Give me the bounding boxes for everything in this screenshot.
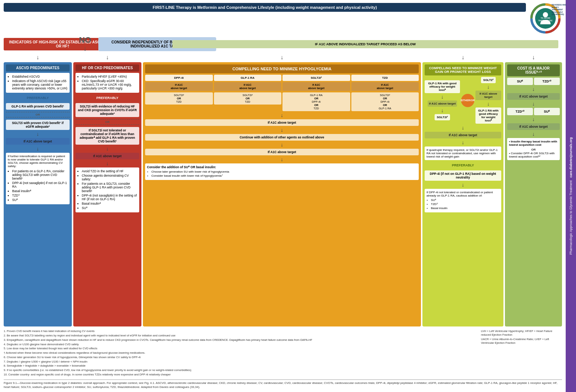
footnote-4: 4. Degludec or U100 glargine have demons… [4,343,478,346]
footnote-9: 9. If no specific comorbidities (i.e. no… [4,368,478,372]
hypo-sec2: SGLT2i²ORTZD [214,92,282,111]
footnotes-right: LVH = Left Ventricular Hypertrophy; HFrE… [481,329,562,377]
weight-header: COMPELLING NEED TO MINIMIZE WEIGHT GAIN … [426,66,499,74]
weight-if-dpp4: If DPP-4i not tolerated or contraindicat… [426,191,499,197]
col-cost: COST IS A MAJOR ISSUE⁹·¹⁰ SU⁶ TZD¹⁰ ↓ If… [505,62,562,326]
abbrev-2: UACR = Urine Albumin-to-Creatinine Ratio… [481,338,562,345]
cost-insulin-box: • Insulin therapy basal insulin with low… [507,138,560,160]
hypo-arrow4: ↓ [145,157,419,162]
abbrev-1: LVH = Left Ventricular Hypertrophy; HFrE… [481,329,562,337]
avoid-text3: INERTIA [541,22,549,24]
hypo-a1c-target2: If A1C above target [145,119,419,126]
hypo-consider-text: Consider the addition of SU⁶ OR basal in… [147,165,417,169]
weight-pref-drug: DPP-4i (if not on GLP-1 RA) based on wei… [425,170,501,181]
ascvd-follow-2: DPP-4i (not saxagliptin) if not on GLP-1… [12,181,68,188]
hypo-drug4: TZD [351,75,419,81]
ascvd-drug1: GLP-1 RA with proven CVD benefit¹ [6,103,70,110]
weight-followup: If quadruple therapy required, or SGLT2i… [425,146,501,160]
hypo-arrow1: ↓ [145,113,419,118]
ascvd-followup: If further intensification is required o… [6,153,70,204]
cost-drug1: SU⁶ [507,78,533,85]
ascvd-follow-1: For patients on a GLP-1 RA, consider add… [12,169,68,180]
hypo-sec3: GLP-1 RAORDPP-4iORTZD [282,92,350,111]
hypo-a1c-target3: If A1C above target [145,149,419,155]
figure-caption: Figure 9.1—Glucose-lowering medication i… [4,379,562,389]
avoid-months: (3-6 MONTHS) [552,13,564,15]
weight-drug1: GLP-1 RA with good efficacy for weight l… [425,80,460,93]
col-hypo: COMPELLING NEED TO MINIMIZE HYPOGLYCEMIA… [143,62,421,326]
hf-followup: Avoid TZD in the setting of HF Choose ag… [75,167,139,212]
weight-arrow-right2: ↓ [487,101,490,106]
svg-point-2 [543,12,548,17]
hf-follow-3: For patients on a SGLT2i, consider addin… [82,182,137,193]
footnote-10: 10. Consider country- and region-specifi… [4,373,478,377]
weight-a1c1-left: If A1C above target [428,100,457,107]
weight-final-3: Basal insulin [431,206,499,210]
hypo-drug2: GLP-1 RA [214,75,282,81]
right-sidebar: care.diabetesjournals.org Pharmacologic … [566,0,576,392]
weight-right-top: SGLT2² ↓ If A1C above target ↓ GLP-1 RA … [475,77,501,124]
sidebar-bottom-text: Pharmacologic Approaches to Glycemic Tre… [569,180,573,255]
hf-follow-4: DPP-4i (not saxagliptin) in the setting … [82,194,137,201]
ascvd-header: ASCVD PREDOMINATES [6,64,70,71]
weight-final-2: TZD⁵ [431,202,499,206]
cost-consider: • Consider DPP-4i OR SGLT2i with lowest … [509,152,558,158]
ascvd-or: OR [6,112,70,117]
hypo-sec2-d1: SGLT2i²ORTZD [214,92,282,105]
footnote-5: 5. Low dose may be better tolerated thou… [4,347,478,350]
ascvd-arrow1: ↓ [6,131,70,137]
hypo-continue: Continue with addition of other agents a… [145,134,419,141]
arrow-cost: ↓ [505,54,562,61]
hypo-bullet2: Consider basal insulin with lower risk o… [151,174,417,177]
cost-a1c2: If A1C above target [507,123,560,130]
hypo-sglt2-col: SGLT2i² If A1Cabove target [282,75,350,91]
hf-arrow1: ↓ [75,146,139,151]
hf-follow-5: Basal insulin⁴ [82,202,137,205]
arrow-ascvd: ↓ [4,54,72,61]
cost-arrow3: ↓ [507,117,560,122]
ascvd-follow-5: SU⁶ [12,198,68,202]
hf-bullet-1: Particularly HFrEF (LVEF <45%) [82,75,137,78]
hf-header: HF OR CKD PREDOMINATES [75,64,139,71]
ascvd-a1c: If A1C above target [6,138,70,145]
footnote-8: 8. Semaglutide > liraglutide > dulagluti… [4,364,478,368]
hf-arrow2: ↓ [75,161,139,166]
weight-followup-text: If quadruple therapy required, or SGLT2i… [426,148,499,158]
cost-top-row: SU⁶ TZD¹⁰ [507,78,560,85]
footnotes-left: 1. Proven CVD benefit means it has label… [4,329,478,377]
ascvd-follow-3: Basal insulin⁴ [12,189,68,193]
avoid-reassess: REASSESS AND [552,4,566,6]
arrow-weight: ↓ [422,54,503,61]
col-ascvd: ASCVD PREDOMINATES Established ASCVD Ind… [4,62,72,326]
ascvd-arrow2: ↓ [6,146,70,151]
hypo-glp1-col: GLP-1 RA If A1Cabove target [214,75,282,91]
weight-arrow-right1: ↓ [487,84,490,89]
proceed-banner: IF A1C ABOVE INDIVIDUALIZED TARGET PROCE… [172,40,558,48]
avoid-text: TO AVOID [541,17,550,19]
hf-preferably: PREFERABLY [75,95,139,101]
arrow-hf: ↓ [73,54,141,61]
cost-or: OR [509,148,558,152]
hypo-header: COMPELLING NEED TO MINIMIZE HYPOGLYCEMIA [147,67,417,71]
weight-pref-label: PREFERABLY [425,162,501,168]
footnotes-section: 1. Proven CVD benefit means it has label… [4,329,562,377]
cost-drug2: TZD¹⁰ [534,78,560,85]
weight-header-bg: COMPELLING NEED TO MINIMIZE WEIGHT GAIN … [425,64,501,75]
hypo-a1c2: If A1Cabove target [214,82,282,91]
hypo-bullet1: Choose later generation SU with lower ri… [151,170,417,173]
hypo-sec4-d1: SGLT2i²ORDPP-4iORGLP-1 RA [351,92,419,111]
hf-a1c: If A1C above target [75,153,139,159]
hf-drug1: SGLT2i with evidence of reducing HF and … [75,103,139,117]
cost-insulin-text: • Insulin therapy basal insulin with low… [509,140,558,146]
hf-drug2: If SGLT2i not tolerated or contraindicat… [75,127,139,145]
footnote-1: 1. Proven CVD benefit means it has label… [4,329,478,333]
hypo-drugs-row2: SGLT2i²ORTZD SGLT2i²ORTZD GLP-1 RAORDPP-… [145,92,419,111]
hypo-drug3: SGLT2i² [282,75,350,81]
cost-header-bg: COST IS A MAJOR ISSUE⁹·¹⁰ [507,64,560,76]
main-content: FIRST-LINE Therapy is Metformin and Comp… [0,0,566,392]
no-label: NO [79,35,91,45]
ascvd-bullet-1: Established ASCVD [12,75,68,78]
ascvd-preferably: PREFERABLY [6,95,70,101]
ascvd-follow-4: TZD⁵ [12,194,68,197]
weight-drug1-right: SGLT2² [481,77,496,83]
